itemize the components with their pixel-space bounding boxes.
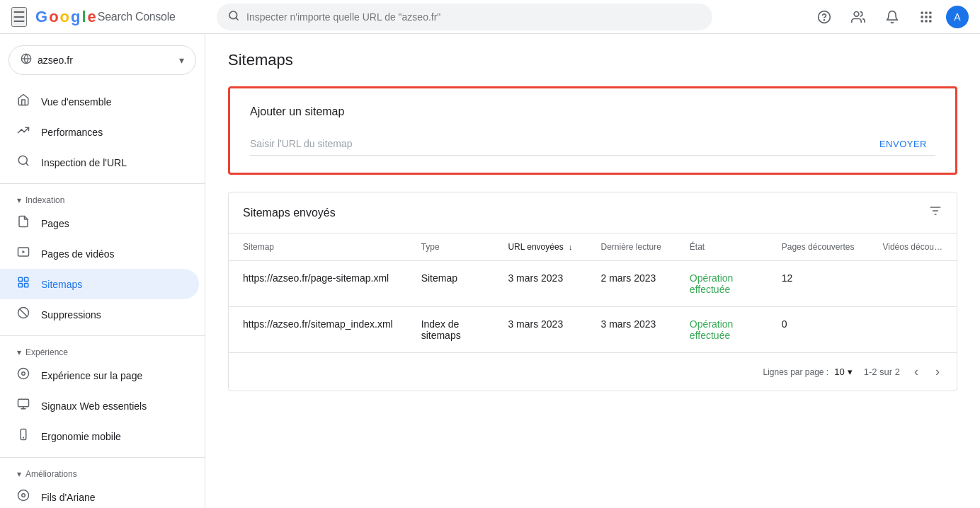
- section-label: Expérience: [25, 347, 68, 357]
- header-search-bar[interactable]: [217, 4, 712, 30]
- rows-dropdown-arrow: ▾: [848, 366, 853, 377]
- sidebar-item-vue-ensemble[interactable]: Vue d'ensemble: [0, 86, 199, 117]
- section-collapse-icon: ▾: [17, 469, 21, 479]
- property-selector[interactable]: azseo.fr ▾: [8, 45, 196, 75]
- cell-etat: Opération effectuée: [676, 307, 768, 353]
- sidebar-item-sitemaps[interactable]: Sitemaps: [0, 269, 199, 299]
- sidebar-item-ergonomie[interactable]: Ergonomie mobile: [0, 421, 199, 451]
- sort-arrow: ↓: [569, 243, 573, 251]
- sidebar-item-pages-videos[interactable]: Pages de vidéos: [0, 238, 199, 269]
- sidebar-divider-2: [0, 335, 205, 336]
- sitemaps-table-card: Sitemaps envoyés Sitemap Type URL envoyé…: [228, 192, 957, 391]
- avatar[interactable]: A: [946, 6, 969, 28]
- sidebar-item-suppressions[interactable]: Suppressions: [0, 299, 199, 330]
- col-type: Type: [407, 233, 494, 261]
- logo-e: e: [88, 8, 96, 26]
- help-button[interactable]: [810, 3, 838, 31]
- cell-etat: Opération effectuée: [676, 261, 768, 307]
- sidebar: azseo.fr ▾ Vue d'ensemble Performances I…: [0, 34, 205, 508]
- fils-ariane-icon: [17, 489, 30, 505]
- svg-rect-10: [929, 16, 931, 18]
- section-collapse-icon: ▾: [17, 195, 21, 205]
- sidebar-item-inspection[interactable]: Inspection de l'URL: [0, 147, 199, 178]
- svg-rect-28: [18, 399, 29, 407]
- svg-rect-12: [925, 20, 927, 22]
- sidebar-item-label: Pages de vidéos: [41, 248, 115, 260]
- logo-g: G: [35, 8, 47, 26]
- envoyer-button[interactable]: ENVOYER: [871, 133, 935, 155]
- main-content: Sitemaps Ajouter un sitemap ENVOYER Site…: [205, 34, 980, 508]
- property-dropdown-arrow: ▾: [179, 54, 184, 66]
- notifications-button[interactable]: [878, 3, 906, 31]
- table-row: https://azseo.fr/page-sitemap.xml Sitema…: [229, 261, 957, 307]
- sidebar-item-label: Pages: [41, 218, 69, 229]
- rows-per-page: Lignes par page : 10 ▾: [763, 366, 852, 377]
- sitemap-input-row: ENVOYER: [250, 132, 935, 156]
- property-icon: [21, 53, 32, 67]
- svg-marker-19: [23, 250, 25, 254]
- add-sitemap-title: Ajouter un sitemap: [250, 105, 935, 118]
- filter-icon[interactable]: [928, 204, 942, 221]
- logo-g2: g: [71, 8, 80, 26]
- search-input[interactable]: [246, 11, 701, 23]
- sitemap-url-input[interactable]: [250, 132, 871, 155]
- cell-url-envoyees: 3 mars 2023: [494, 261, 586, 307]
- sidebar-item-pages[interactable]: Pages: [0, 208, 199, 238]
- sidebar-item-experience-page[interactable]: Expérience sur la page: [0, 360, 199, 391]
- svg-rect-5: [921, 11, 923, 13]
- cell-type: Sitemap: [407, 261, 494, 307]
- svg-point-34: [22, 494, 25, 497]
- logo-l: l: [81, 8, 86, 26]
- rows-label: Lignes par page :: [763, 367, 828, 377]
- logo-o2: o: [60, 8, 69, 26]
- cell-url-envoyees: 3 mars 2023: [494, 307, 586, 353]
- svg-rect-20: [18, 277, 22, 281]
- manage-users-button[interactable]: [844, 3, 872, 31]
- svg-rect-6: [925, 11, 927, 13]
- header-actions: A: [810, 3, 969, 31]
- sidebar-section-experience[interactable]: ▾ Expérience: [0, 342, 205, 360]
- sitemaps-table: Sitemap Type URL envoyées ↓ Dernière lec…: [229, 233, 957, 352]
- sidebar-item-label: Signaux Web essentiels: [41, 400, 147, 412]
- section-label: Améliorations: [25, 469, 77, 479]
- experience-icon: [17, 367, 30, 383]
- logo-text: Search Console: [98, 11, 176, 23]
- cell-derniere-lecture: 3 mars 2023: [586, 307, 675, 353]
- table-header-row: Sitemap Type URL envoyées ↓ Dernière lec…: [229, 233, 957, 261]
- sidebar-divider-1: [0, 183, 205, 184]
- sitemaps-icon: [17, 276, 30, 292]
- svg-rect-11: [921, 20, 923, 22]
- cell-sitemap: https://azseo.fr/page-sitemap.xml: [229, 261, 407, 307]
- sidebar-item-signaux-web[interactable]: Signaux Web essentiels: [0, 391, 199, 421]
- google-logo: Google Search Console: [35, 8, 176, 26]
- svg-line-1: [236, 18, 238, 20]
- sidebar-item-label: Fils d'Ariane: [41, 492, 96, 503]
- table-row: https://azseo.fr/sitemap_index.xml Index…: [229, 307, 957, 353]
- section-label: Indexation: [25, 195, 64, 205]
- sidebar-section-ameliorations[interactable]: ▾ Améliorations: [0, 463, 205, 482]
- sidebar-item-performances[interactable]: Performances: [0, 117, 199, 147]
- body-container: azseo.fr ▾ Vue d'ensemble Performances I…: [0, 34, 980, 508]
- sidebar-item-fils-ariane[interactable]: Fils d'Ariane: [0, 482, 199, 508]
- hamburger-menu-button[interactable]: ☰: [11, 7, 27, 27]
- col-sitemap: Sitemap: [229, 233, 407, 261]
- rows-select[interactable]: 10 ▾: [834, 366, 852, 377]
- svg-rect-8: [921, 16, 923, 18]
- performances-icon: [17, 124, 30, 140]
- svg-line-17: [25, 163, 28, 165]
- apps-grid-button[interactable]: [912, 3, 940, 31]
- col-pages-decouvertes: Pages découvertes: [768, 233, 869, 261]
- signaux-icon: [17, 398, 30, 414]
- suppressions-icon: [17, 306, 30, 323]
- table-footer: Lignes par page : 10 ▾ 1-2 sur 2 ‹ ›: [229, 352, 957, 391]
- pages-icon: [17, 215, 30, 231]
- pages-videos-icon: [17, 246, 30, 262]
- svg-rect-23: [25, 284, 28, 287]
- cell-videos-decouvertes: [868, 307, 957, 353]
- sidebar-item-label: Vue d'ensemble: [41, 96, 111, 108]
- sidebar-section-indexation[interactable]: ▾ Indexation: [0, 190, 205, 208]
- pagination-next-button[interactable]: ›: [933, 362, 942, 382]
- col-url-envoyees[interactable]: URL envoyées ↓: [494, 233, 586, 261]
- pagination-prev-button[interactable]: ‹: [911, 362, 921, 382]
- svg-line-25: [20, 309, 28, 317]
